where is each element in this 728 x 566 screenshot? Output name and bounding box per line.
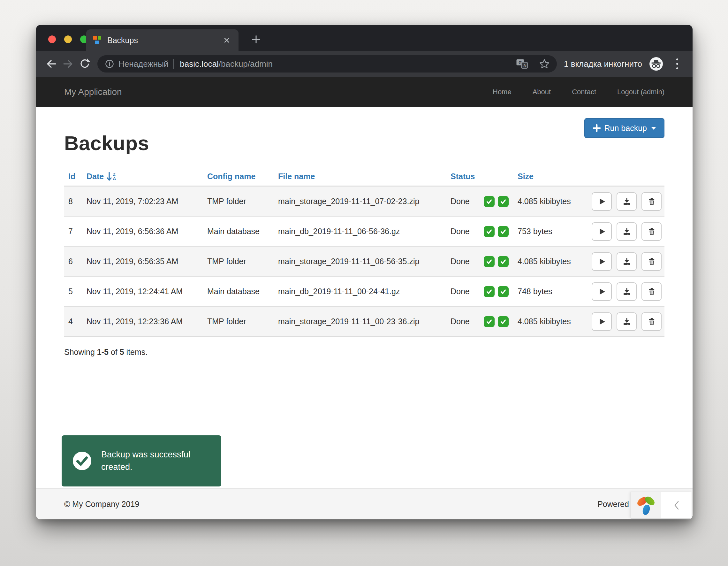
cell-id: 7 — [64, 227, 83, 236]
sort-letter-bottom: A — [113, 177, 116, 181]
omnibox-divider — [173, 59, 174, 69]
cell-actions — [590, 222, 664, 241]
cell-size: 4.085 kibibytes — [514, 257, 590, 266]
header-date[interactable]: Date Z A — [83, 172, 204, 181]
trash-icon — [648, 227, 656, 236]
header-size[interactable]: Size — [514, 172, 590, 181]
header-status[interactable]: Status — [447, 172, 514, 181]
minimize-window-button[interactable] — [64, 35, 72, 43]
cell-status: Done — [447, 256, 514, 267]
nav-contact-link[interactable]: Contact — [572, 88, 596, 96]
status-check-icon — [484, 286, 495, 297]
play-icon — [598, 227, 606, 236]
delete-button[interactable] — [641, 313, 662, 331]
status-check-icon — [498, 256, 509, 267]
yii-logo-icon — [636, 495, 656, 516]
run-backup-button[interactable]: Run backup — [584, 118, 664, 138]
trash-icon — [648, 288, 656, 296]
page-footer: © My Company 2019 Powered by Yii Fra — [36, 488, 693, 519]
delete-button[interactable] — [641, 282, 662, 301]
debug-toolbar — [631, 492, 692, 519]
success-toast[interactable]: Backup was successful created. — [62, 435, 221, 487]
summary-prefix: Showing — [64, 348, 97, 357]
status-text: Done — [451, 257, 470, 266]
download-button[interactable] — [617, 192, 637, 211]
site-favicon-icon — [93, 35, 102, 45]
browser-toolbar: Ненадежный basic.local/backup/admin G A — [36, 51, 693, 77]
toast-message: Backup was successful created. — [101, 449, 190, 473]
download-button[interactable] — [617, 282, 637, 301]
chevron-left-icon — [674, 501, 679, 510]
header-id[interactable]: Id — [64, 172, 83, 181]
cell-id: 6 — [64, 257, 83, 266]
sort-alpha-desc-icon: Z A — [106, 172, 116, 181]
restore-button[interactable] — [592, 192, 612, 211]
status-text: Done — [451, 197, 470, 206]
cell-actions — [590, 282, 664, 301]
restore-button[interactable] — [592, 282, 612, 301]
browser-tab[interactable]: Backups — [86, 29, 239, 51]
page-content: Run backup Backups Id Date Z A — [36, 107, 693, 488]
delete-button[interactable] — [641, 222, 662, 241]
cell-size: 753 bytes — [514, 227, 590, 236]
cell-status: Done — [447, 196, 514, 207]
header-config[interactable]: Config name — [204, 172, 275, 181]
cell-config: TMP folder — [204, 317, 275, 326]
restore-button[interactable] — [592, 252, 612, 271]
table-header-row: Id Date Z A Config name File name — [64, 167, 664, 186]
nav-about-link[interactable]: About — [533, 88, 551, 96]
status-check-icon — [498, 316, 509, 327]
incognito-icon — [649, 57, 663, 71]
status-check-icon — [484, 226, 495, 237]
download-button[interactable] — [617, 252, 637, 271]
debug-toolbar-toggle[interactable] — [661, 492, 692, 518]
url-text: basic.local/backup/admin — [180, 59, 273, 69]
navbar-brand[interactable]: My Application — [64, 87, 122, 97]
bookmark-star-icon[interactable] — [539, 58, 550, 69]
cell-file: main_storage_2019-11-11_06-56-35.zip — [275, 257, 447, 266]
play-icon — [598, 257, 606, 266]
status-check-icon — [498, 226, 509, 237]
nav-home-link[interactable]: Home — [493, 88, 512, 96]
download-button[interactable] — [617, 313, 637, 331]
page-info-icon[interactable] — [104, 59, 115, 69]
plus-icon — [593, 124, 601, 132]
restore-button[interactable] — [592, 313, 612, 331]
header-file[interactable]: File name — [275, 172, 447, 181]
download-icon — [622, 317, 631, 326]
table-row: 7 Nov 11, 2019, 6:56:36 AM Main database… — [64, 216, 664, 246]
nav-logout-link[interactable]: Logout (admin) — [617, 88, 664, 96]
trash-icon — [648, 318, 656, 326]
new-tab-button[interactable] — [249, 32, 263, 47]
run-backup-label: Run backup — [604, 124, 647, 133]
cell-actions — [590, 252, 664, 271]
translate-icon[interactable]: G A — [516, 59, 528, 69]
cell-file: main_db_2019-11-11_06-56-36.gz — [275, 227, 447, 236]
forward-button[interactable] — [60, 56, 76, 72]
navbar-links: Home About Contact Logout (admin) — [493, 88, 664, 96]
cell-date: Nov 11, 2019, 7:02:23 AM — [83, 197, 204, 206]
cell-file: main_storage_2019-11-11_00-23-36.zip — [275, 317, 447, 326]
toast-line-2: created. — [101, 461, 190, 473]
close-window-button[interactable] — [48, 35, 56, 43]
trash-icon — [648, 257, 656, 266]
cell-status: Done — [447, 316, 514, 327]
browser-menu-icon[interactable] — [671, 57, 684, 70]
address-bar[interactable]: Ненадежный basic.local/backup/admin G A — [97, 55, 557, 72]
download-button[interactable] — [617, 222, 637, 241]
reload-button[interactable] — [76, 56, 93, 72]
backups-table: Id Date Z A Config name File name — [64, 167, 664, 337]
delete-button[interactable] — [641, 252, 662, 271]
delete-button[interactable] — [641, 192, 662, 211]
trash-icon — [648, 197, 656, 206]
cell-actions — [590, 313, 664, 331]
status-text: Done — [451, 287, 470, 296]
summary-middle: of — [109, 348, 120, 357]
restore-button[interactable] — [592, 222, 612, 241]
table-row: 6 Nov 11, 2019, 6:56:35 AM TMP folder ma… — [64, 246, 664, 276]
toast-line-1: Backup was successful — [101, 449, 190, 461]
back-button[interactable] — [43, 56, 60, 72]
play-icon — [598, 197, 606, 206]
close-tab-icon[interactable] — [221, 35, 232, 46]
cell-id: 8 — [64, 197, 83, 206]
